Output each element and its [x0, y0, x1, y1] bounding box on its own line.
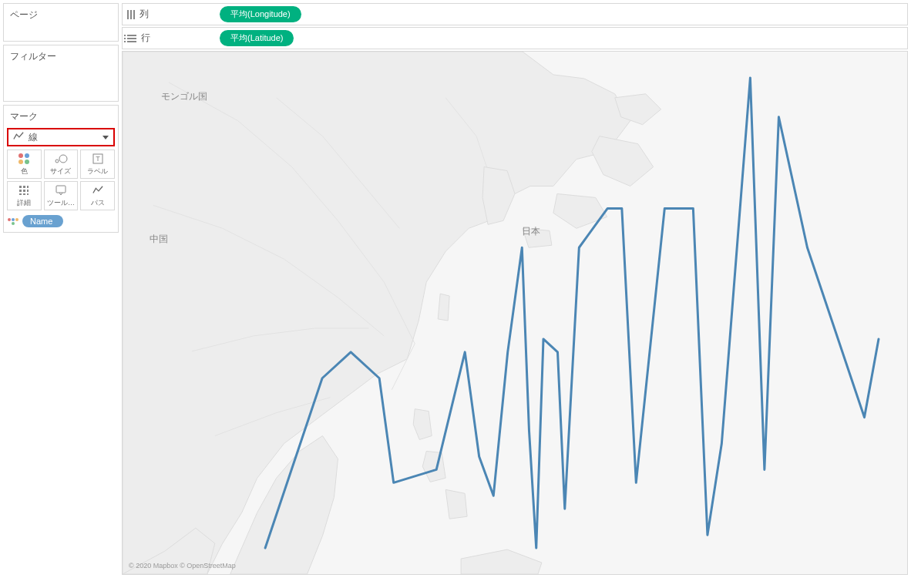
filters-card[interactable]: フィルター [3, 45, 119, 102]
rows-label: 行 [141, 32, 150, 45]
color-button[interactable]: 色 [7, 150, 42, 179]
label-button[interactable]: T ラベル [80, 150, 115, 179]
detail-encoding-row[interactable]: Name [4, 213, 118, 232]
size-label: サイズ [50, 166, 71, 176]
svg-rect-9 [27, 190, 29, 192]
columns-label: 列 [140, 8, 149, 21]
rows-pill[interactable]: 平均(Latitude) [220, 30, 294, 46]
map-canvas[interactable]: モンゴル国 中国 日本 © 2020 Mapbox © OpenStreetMa… [122, 51, 908, 575]
map-label-mongolia: モンゴル国 [161, 90, 207, 103]
label-label: ラベル [87, 166, 108, 176]
chevron-down-icon [103, 136, 109, 139]
svg-rect-8 [23, 190, 25, 192]
path-icon [92, 184, 103, 197]
name-pill[interactable]: Name [22, 215, 63, 227]
path-label: パス [91, 198, 105, 208]
path-button[interactable]: パス [80, 181, 115, 210]
rows-icon [127, 35, 136, 42]
svg-rect-10 [19, 193, 22, 195]
tooltip-icon [55, 184, 66, 197]
svg-rect-6 [27, 186, 29, 188]
rows-shelf[interactable]: 行 平均(Latitude) [122, 27, 908, 49]
mark-properties-grid: 色 サイズ T ラベル [4, 150, 118, 213]
line-icon [13, 131, 24, 144]
color-label: 色 [21, 166, 28, 176]
tooltip-label: ツール… [47, 198, 75, 208]
tooltip-button[interactable]: ツール… [44, 181, 79, 210]
svg-rect-13 [56, 186, 66, 193]
svg-rect-12 [27, 193, 29, 195]
svg-point-0 [55, 160, 59, 163]
svg-rect-5 [23, 186, 25, 188]
right-panel: 列 平均(Longitude) 行 平均(Latitude) [122, 3, 908, 575]
map-background [123, 52, 907, 574]
columns-icon [127, 10, 135, 19]
map-label-china: 中国 [150, 233, 168, 246]
marks-title: マーク [4, 106, 118, 128]
marks-card: マーク 線 [3, 105, 119, 233]
columns-shelf[interactable]: 列 平均(Longitude) [122, 3, 908, 25]
map-label-japan: 日本 [522, 225, 540, 238]
svg-rect-7 [19, 190, 22, 192]
map-attribution: © 2020 Mapbox © OpenStreetMap [129, 562, 236, 570]
svg-rect-11 [23, 193, 25, 195]
left-panel: ページ フィルター マーク 線 [3, 3, 119, 575]
size-button[interactable]: サイズ [44, 150, 79, 179]
pages-title: ページ [4, 4, 118, 26]
detail-dots-icon [7, 218, 19, 225]
size-icon [54, 153, 68, 165]
label-icon: T [92, 153, 103, 165]
mark-type-dropdown[interactable]: 線 [7, 128, 115, 146]
filters-title: フィルター [4, 45, 118, 68]
detail-icon [18, 184, 29, 197]
pages-card[interactable]: ページ [3, 3, 119, 42]
detail-label: 詳細 [17, 198, 31, 208]
columns-pill[interactable]: 平均(Longitude) [220, 6, 301, 22]
color-icon [18, 153, 29, 165]
svg-point-1 [59, 155, 67, 163]
detail-button[interactable]: 詳細 [7, 181, 42, 210]
svg-rect-4 [19, 186, 22, 188]
mark-type-label: 線 [29, 131, 38, 144]
svg-text:T: T [96, 155, 100, 163]
